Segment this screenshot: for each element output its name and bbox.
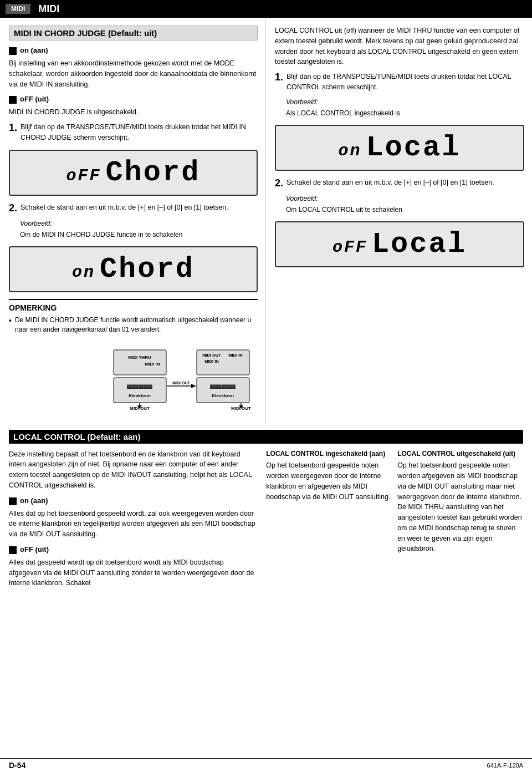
on-label-text: on (aan) <box>20 46 48 54</box>
header: MIDI MIDI <box>0 0 532 18</box>
svg-text:MIDI IN: MIDI IN <box>145 362 160 367</box>
right-column: LOCAL CONTROL uit (off) wanneer de MIDI … <box>266 18 532 424</box>
svg-text:▓▓▓▓▓▓▓▓▓: ▓▓▓▓▓▓▓▓▓ <box>127 384 153 389</box>
square-bullet-local-off <box>9 546 17 554</box>
right-step2-text: Schakel de stand aan en uit m.b.v. de [+… <box>287 177 494 188</box>
section-title-chord-judge: MIDI IN CHORD JUDGE (Default: uit) <box>9 26 258 40</box>
opmerking-box: OPMERKING • De MIDI IN CHORD JUDGE funct… <box>9 299 258 334</box>
step1-num: 1. <box>9 122 17 134</box>
svg-marker-20 <box>191 384 196 388</box>
page-title: MIDI <box>38 3 59 15</box>
svg-text:MIDI OUT: MIDI OUT <box>172 381 190 385</box>
voorbeeld1-text: Om de MIDI IN CHORD JUDGE functie in te … <box>20 230 258 240</box>
right-step1-num: 1. <box>275 72 283 84</box>
right-step2-num: 2. <box>275 177 283 190</box>
display-on-chord-word: Chord <box>100 253 195 286</box>
left-column: MIDI IN CHORD JUDGE (Default: uit) on (a… <box>0 18 266 424</box>
step1-text: Blijf dan op de TRANSPOSE/TUNE/MIDI toet… <box>21 122 258 143</box>
voorbeeld1-label: Voorbeeld: <box>20 219 258 228</box>
local-on-text: Alles dat op het toetsenbord gespeeld wo… <box>9 509 257 540</box>
footer-page-number: D-54 <box>9 761 25 770</box>
display-on-local-prefix: on <box>339 141 362 160</box>
svg-text:Klenkbron: Klenkbron <box>129 393 151 398</box>
display-off-local-prefix: oFF <box>332 238 367 257</box>
right-step1-text: Blijf dan op de TRANSPOSE/TUNE/MIDI toet… <box>287 72 524 93</box>
display-on-chord-prefix: on <box>72 263 95 282</box>
svg-text:MIDI THRU: MIDI THRU <box>128 355 151 360</box>
local-control-left: Deze instelling bepaalt of het toetsenbo… <box>9 449 266 593</box>
svg-rect-3 <box>114 378 166 403</box>
right-intro: LOCAL CONTROL uit (off) wanneer de MIDI … <box>275 26 524 67</box>
square-bullet-on <box>9 47 17 55</box>
off-label: oFF (uit) <box>9 95 258 104</box>
col1-title: LOCAL CONTROL ingeschakeld (aan) <box>266 449 392 459</box>
opmerking-item: • De MIDI IN CHORD JUDGE functie wordt a… <box>9 316 258 334</box>
step2-text: Schakel de stand aan en uit m.b.v. de [+… <box>21 202 228 213</box>
local-off-text: Alles dat gespeeld wordt op dit toetsenb… <box>9 557 257 588</box>
display-off-chord: oFF Chord <box>9 150 258 196</box>
square-bullet-off <box>9 96 17 104</box>
off-label-text: oFF (uit) <box>20 95 49 103</box>
svg-rect-13 <box>197 378 249 403</box>
display-off-local-word: Local <box>372 228 467 261</box>
local-control-section: LOCAL CONTROL (Default: aan) Deze instel… <box>0 424 532 599</box>
local-control-title: LOCAL CONTROL (Default: aan) <box>9 430 523 444</box>
opmerking-bullet: • <box>9 316 12 327</box>
display-off-chord-prefix: oFF <box>66 166 101 185</box>
right-step-1: 1. Blijf dan op de TRANSPOSE/TUNE/MIDI t… <box>275 72 524 93</box>
opmerking-title: OPMERKING <box>9 303 258 312</box>
display-off-chord-word: Chord <box>105 156 200 189</box>
on-description: Bij instelling van een akkoordinstelmeth… <box>9 58 258 89</box>
right-voorbeeld1-text: Als LOCAL CONTROL ingeschakeld is <box>286 108 524 118</box>
step-2-chord: 2. Schakel de stand aan en uit m.b.v. de… <box>9 202 258 215</box>
on-label: on (aan) <box>9 46 258 55</box>
svg-text:MIDI IN: MIDI IN <box>228 353 242 358</box>
opmerking-text: De MIDI IN CHORD JUDGE functie wordt aut… <box>15 316 258 334</box>
square-bullet-local-on <box>9 497 17 505</box>
right-voorbeeld1-label: Voorbeeld: <box>286 97 524 107</box>
display-on-local-word: Local <box>366 131 461 164</box>
footer-code: 641A-F-120A <box>487 762 523 769</box>
display-on-local: on Local <box>275 125 524 171</box>
local-on-label: on (aan) <box>9 496 257 505</box>
display-on-chord: on Chord <box>9 246 258 292</box>
step-1-chord: 1. Blijf dan op de TRANSPOSE/TUNE/MIDI t… <box>9 122 258 143</box>
svg-text:MIDI IN: MIDI IN <box>204 359 218 364</box>
right-voorbeeld2-label: Voorbeeld: <box>286 194 524 204</box>
col2-title: LOCAL CONTROL uitgeschakeld (uit) <box>397 449 523 459</box>
right-step-2: 2. Schakel de stand aan en uit m.b.v. de… <box>275 177 524 190</box>
col2-text: Op het toetsenbord gespeelde noten worde… <box>397 460 523 554</box>
col1-text: Op het toetsenbord gespeelde noten worde… <box>266 460 392 502</box>
right-voorbeeld2-text: Om LOCAL CONTROL uit te schakelen <box>286 205 524 215</box>
svg-text:Klenkbron: Klenkbron <box>212 393 234 398</box>
display-off-local: oFF Local <box>275 221 524 267</box>
svg-text:▓▓▓▓▓▓▓▓▓: ▓▓▓▓▓▓▓▓▓ <box>210 384 236 389</box>
local-on-label-text: on (aan) <box>20 496 48 505</box>
svg-text:MIDI OUT: MIDI OUT <box>202 353 221 358</box>
local-off-label: oFF (uit) <box>9 545 257 554</box>
off-description: MIDI IN CHORD JUDGE is uitgeschakeld. <box>9 107 258 118</box>
local-control-col2: LOCAL CONTROL uitgeschakeld (uit) Op het… <box>397 449 523 593</box>
local-control-body: Deze instelling bepaalt of het toetsenbo… <box>9 449 523 593</box>
local-control-intro: Deze instelling bepaalt of het toetsenbo… <box>9 449 257 491</box>
step2-num: 2. <box>9 202 17 215</box>
footer: D-54 641A-F-120A <box>0 758 532 772</box>
main-content: MIDI IN CHORD JUDGE (Default: uit) on (a… <box>0 18 532 424</box>
local-control-right: LOCAL CONTROL ingeschakeld (aan) Op het … <box>266 449 523 593</box>
header-tab: MIDI <box>6 4 30 14</box>
local-off-label-text: oFF (uit) <box>20 545 49 553</box>
local-control-col1: LOCAL CONTROL ingeschakeld (aan) Op het … <box>266 449 392 593</box>
